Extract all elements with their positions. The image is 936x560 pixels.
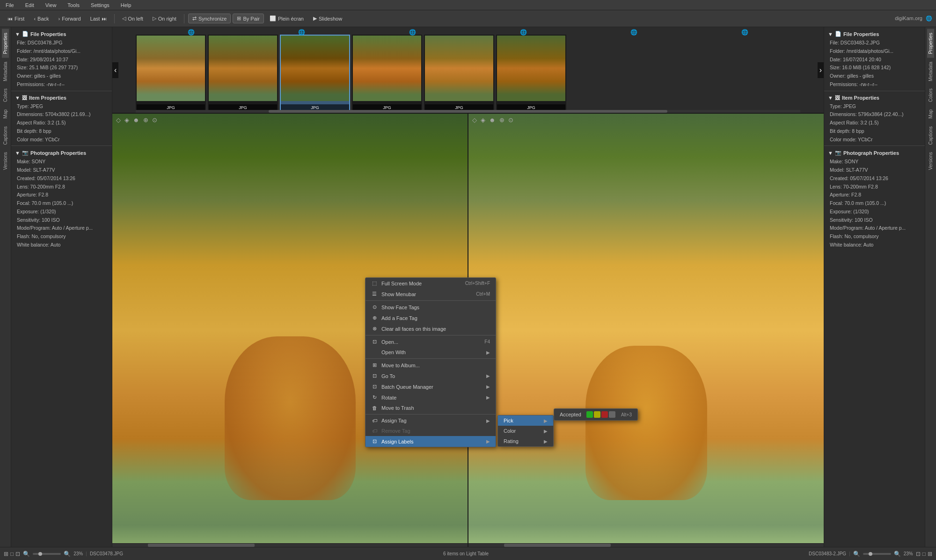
right-tab-colors[interactable]: Colors	[927, 85, 934, 106]
status-icon-3[interactable]: ⊡	[15, 551, 20, 557]
left-img-tool-2[interactable]: ◈	[124, 116, 129, 124]
ctx-assign-tag[interactable]: 🏷 Assign Tag ▶	[366, 415, 496, 426]
right-img-tool-face[interactable]: ☻	[489, 116, 496, 124]
left-file-permissions: Permissions: -rw-r--r--	[11, 80, 112, 89]
plein-ecran-button[interactable]: ⬜ Plein écran	[266, 14, 307, 23]
left-zoom-out-icon[interactable]: 🔍	[23, 551, 30, 557]
right-tab-captions[interactable]: Captions	[927, 123, 934, 148]
left-tab-colors[interactable]: Colors	[2, 85, 9, 106]
right-photo-properties-header[interactable]: ▼ 📷 Photograph Properties	[824, 148, 925, 158]
left-tab-captions[interactable]: Captions	[2, 123, 9, 148]
ctx-full-screen[interactable]: ⬚ Full Screen Mode Ctrl+Shift+F	[366, 278, 496, 289]
right-status-icon-3[interactable]: ⊞	[928, 551, 932, 557]
pick-accepted[interactable]: Accepted Alt+3	[554, 409, 637, 420]
right-status-icon-2[interactable]: □	[922, 551, 926, 557]
filmstrip-next-btn[interactable]: ›	[818, 62, 824, 78]
filmstrip-thumb-4[interactable]: JPG	[352, 35, 422, 112]
last-button[interactable]: Last ⏭	[87, 15, 111, 23]
ctx-move-album-icon: ⊞	[371, 362, 378, 368]
on-left-button[interactable]: ◁ On left	[118, 14, 146, 23]
last-icon: ⏭	[102, 16, 107, 22]
ctx-go-to[interactable]: ⊡ Go To ▶	[366, 371, 496, 381]
left-file-owner: Owner: gilles - gilles	[11, 72, 112, 80]
left-img-tool-3[interactable]: ⊕	[143, 116, 148, 124]
on-right-button[interactable]: ▷ On right	[149, 14, 180, 23]
right-img-tool-1[interactable]: ◇	[472, 116, 477, 124]
menu-help[interactable]: Help	[119, 1, 133, 9]
left-divider-2	[11, 145, 112, 146]
menu-tools[interactable]: Tools	[66, 1, 81, 9]
filmstrip-thumb-3[interactable]: JPG	[280, 35, 350, 112]
main-layout: Properties Metadata Colors Map Captions …	[0, 27, 936, 547]
status-icon-1[interactable]: ⊞	[4, 551, 8, 557]
right-tab-metadata[interactable]: Metadata	[927, 58, 934, 85]
menu-file[interactable]: File	[4, 1, 16, 9]
filmstrip-prev-btn[interactable]: ‹	[112, 62, 118, 78]
right-zoom-out-icon[interactable]: 🔍	[853, 551, 860, 557]
ctx-clear-faces[interactable]: ⊗ Clear all faces on this image	[366, 323, 496, 334]
left-img-tool-1[interactable]: ◇	[116, 116, 121, 124]
right-tab-properties[interactable]: Properties	[927, 29, 934, 58]
ctx-show-face-tags[interactable]: ⊙ Show Face Tags	[366, 302, 496, 313]
ctx-menubar-icon: ☰	[371, 291, 378, 297]
submenu-pick[interactable]: Pick ▶	[498, 415, 553, 426]
left-tab-properties[interactable]: Properties	[2, 29, 9, 58]
slideshow-button[interactable]: ▶ Slideshow	[309, 14, 346, 23]
ctx-open-with[interactable]: Open With ▶	[366, 347, 496, 357]
left-photo-aperture: Aperture: F2.8	[11, 191, 112, 199]
filmstrip-thumb-2[interactable]: JPG	[208, 35, 278, 112]
left-photo-properties-header[interactable]: ▼ 📷 Photograph Properties	[11, 148, 112, 158]
ctx-add-face-tag[interactable]: ⊕ Add a Face Tag	[366, 313, 496, 323]
ctx-batch-queue[interactable]: ⊡ Batch Queue Manager ▶	[366, 381, 496, 392]
right-file-folder: Folder: /mnt/data/photos/Gi...	[824, 47, 925, 56]
back-button[interactable]: ‹ Back	[30, 15, 52, 23]
left-tab-map[interactable]: Map	[2, 106, 9, 122]
filmstrip-thumb-6[interactable]: JPG	[496, 35, 566, 112]
by-pair-button[interactable]: ⊞ By Pair	[233, 14, 263, 23]
statusbar-right: DSC03483-2.JPG | 🔍 🔍 23% ⊡ □ ⊞	[809, 551, 932, 557]
filmstrip-thumb-1[interactable]: JPG	[136, 35, 206, 112]
right-tab-map[interactable]: Map	[927, 106, 934, 122]
menu-edit[interactable]: Edit	[23, 1, 36, 9]
submenu-rating[interactable]: Rating ▶	[498, 436, 553, 446]
right-hscroll-thumb[interactable]	[504, 544, 611, 547]
ctx-move-to-album[interactable]: ⊞ Move to Album...	[366, 360, 496, 371]
right-item-properties-header[interactable]: ▼ 🖼 Item Properties	[824, 93, 925, 102]
status-icon-2[interactable]: □	[10, 551, 14, 557]
left-item-properties-header[interactable]: ▼ 🖼 Item Properties	[11, 93, 112, 102]
ctx-show-menubar[interactable]: ☰ Show Menubar Ctrl+M	[366, 289, 496, 299]
right-zoom-in-icon[interactable]: 🔍	[894, 551, 901, 557]
sync-label: Synchronize	[198, 16, 227, 22]
left-zoom-slider[interactable]	[33, 553, 61, 555]
right-img-tool-4[interactable]: ⊙	[508, 116, 513, 124]
synchronize-button[interactable]: ⇄ Synchronize	[188, 14, 231, 23]
right-zoom-slider[interactable]	[863, 553, 891, 555]
ctx-open[interactable]: ⊡ Open... F4	[366, 336, 496, 347]
filmstrip-thumb-5[interactable]: JPG	[424, 35, 494, 112]
first-button[interactable]: ⏮ First	[4, 15, 28, 23]
left-tab-versions[interactable]: Versions	[2, 148, 9, 174]
ctx-rotate[interactable]: ↻ Rotate ▶	[366, 392, 496, 403]
left-img-tool-face[interactable]: ☻	[133, 116, 139, 124]
right-file-properties-header[interactable]: ▼ 📄 File Properties	[824, 29, 925, 39]
menu-view[interactable]: View	[44, 1, 58, 9]
left-img-tool-4[interactable]: ⊙	[152, 116, 157, 124]
left-tab-metadata[interactable]: Metadata	[2, 58, 9, 85]
forward-button[interactable]: › Forward	[55, 15, 85, 23]
left-zoom-in-icon[interactable]: 🔍	[64, 551, 71, 557]
statusbar-center: 6 items on Light Table	[127, 551, 805, 556]
ctx-assign-labels[interactable]: ⊡ Assign Labels ▶	[366, 436, 496, 447]
left-file-properties-header[interactable]: ▼ 📄 File Properties	[11, 29, 112, 39]
ctx-move-to-trash[interactable]: 🗑 Move to Trash	[366, 403, 496, 413]
submenu-color[interactable]: Color ▶	[498, 426, 553, 436]
right-tab-versions[interactable]: Versions	[927, 148, 934, 174]
ctx-rotate-arrow: ▶	[486, 395, 490, 400]
right-status-icon-1[interactable]: ⊡	[916, 551, 921, 557]
left-hscroll-thumb[interactable]	[148, 544, 255, 547]
right-photo-wb: White balance: Auto	[824, 241, 925, 249]
right-img-tool-3[interactable]: ⊕	[499, 116, 505, 124]
left-zoom-value: 23%	[73, 551, 83, 556]
menu-settings[interactable]: Settings	[89, 1, 111, 9]
submenu-pick-arrow: ▶	[544, 418, 548, 423]
right-img-tool-2[interactable]: ◈	[481, 116, 485, 124]
